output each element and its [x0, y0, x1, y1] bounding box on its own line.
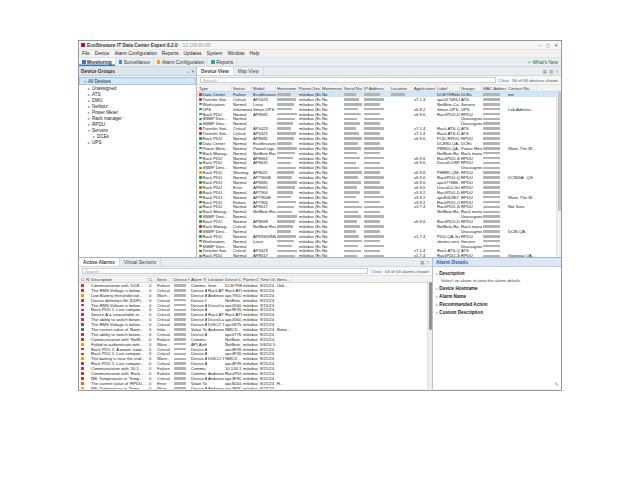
- column-header-parent-device[interactable]: Parent Device: [298, 85, 321, 91]
- column-header-sens[interactable]: Sens...: [276, 276, 292, 282]
- redacted-text: [364, 245, 384, 248]
- table-view-icon[interactable]: ▤: [543, 69, 547, 74]
- alarms-search-input[interactable]: [82, 268, 368, 274]
- redacted-text: [364, 152, 380, 155]
- column-header-location[interactable]: Location: [207, 276, 224, 282]
- perspective-tab-surveillance[interactable]: Surveillance: [116, 58, 154, 66]
- column-header-label[interactable]: Label: [436, 85, 460, 91]
- redacted-text: [364, 230, 380, 233]
- details-field-recommended-action[interactable]: ▸Recommended Action: [436, 302, 558, 307]
- alarm-severity-icon: [81, 313, 84, 316]
- minimize-pane-icon[interactable]: ▿: [427, 260, 429, 265]
- edit-pencil-icon[interactable]: ✎: [555, 381, 559, 387]
- menu-bar: FileDeviceAlarm ConfigurationReportsUpda…: [79, 50, 561, 58]
- close-icon[interactable]: ✕: [554, 43, 558, 48]
- tab-device-view[interactable]: Device View: [197, 67, 234, 75]
- perspective-tabs: MonitoringSurveillanceAlarm Configuratio…: [79, 58, 237, 66]
- details-field-alarm-name[interactable]: ▸Alarm Name: [436, 294, 558, 299]
- redacted-text: [364, 118, 384, 121]
- view-menu-icon[interactable]: ▾: [192, 69, 194, 74]
- tree-item-ups[interactable]: ▸UPS: [79, 139, 196, 145]
- details-fields: ▸Device Hostname▸Alarm Name▸Recommended …: [436, 286, 558, 315]
- device-clear-link[interactable]: Clear: [499, 78, 510, 83]
- menu-item-updates[interactable]: Updates: [184, 51, 202, 56]
- device-search-row: Clear 56 of 56 devices shown: [197, 76, 561, 85]
- redacted-text: [174, 318, 186, 321]
- column-header-description[interactable]: Description: [90, 276, 148, 282]
- column-header-maintenanc[interactable]: Maintenanc...: [321, 85, 343, 91]
- tab-active-alarms[interactable]: Active Alarms: [79, 258, 120, 266]
- column-header-device-la[interactable]: Device La...: [224, 276, 242, 282]
- menu-item-alarm-configuration[interactable]: Alarm Configuration: [114, 51, 156, 56]
- alarm-severity-icon: [81, 377, 84, 380]
- redacted-text: [391, 93, 405, 96]
- column-header-seve[interactable]: Seve...: [156, 276, 173, 282]
- twisty-icon[interactable]: ▸: [87, 104, 91, 109]
- cell-groups: RPDU: [460, 253, 482, 257]
- menu-item-system[interactable]: System: [206, 51, 222, 56]
- redacted-text: [364, 167, 384, 170]
- redacted-text: [277, 98, 296, 101]
- device-table-scrollbar[interactable]: [556, 90, 561, 257]
- column-header-c[interactable]: C.: [148, 276, 156, 282]
- twisty-icon[interactable]: ▸: [87, 86, 91, 91]
- twisty-icon[interactable]: ▸: [87, 92, 91, 97]
- whats-new-link[interactable]: ✦ What's New: [527, 58, 561, 66]
- device-row[interactable]: Rack PDUNormalAP8617mikebar (Ec...Nov1.7…: [197, 253, 561, 257]
- minimize-icon[interactable]: –: [539, 43, 542, 48]
- alarm-row[interactable]: NB: Temperature in 'Temp...0Warn...Devic…: [79, 386, 432, 389]
- device-search-input[interactable]: [200, 77, 496, 83]
- perspective-tab-reports[interactable]: Reports: [208, 58, 237, 66]
- tab-map-view[interactable]: Map View: [234, 67, 264, 75]
- twisty-icon[interactable]: ▸: [87, 122, 91, 127]
- alarms-clear-link[interactable]: Clear: [371, 269, 382, 274]
- column-header-model[interactable]: Model: [252, 85, 276, 91]
- redacted-text: [174, 289, 186, 292]
- filter-icon[interactable]: ▥: [549, 69, 553, 74]
- details-section-description[interactable]: ▸ Description: [436, 271, 558, 276]
- menu-item-help[interactable]: Help: [250, 51, 260, 56]
- maximize-icon[interactable]: ▢: [546, 43, 550, 48]
- twisty-icon[interactable]: ▸: [92, 134, 96, 139]
- tree-item-all-devices[interactable]: ▾All Devices: [79, 77, 196, 85]
- redacted-text: [277, 255, 295, 257]
- twisty-icon[interactable]: ▸: [87, 98, 91, 103]
- column-header-location[interactable]: Location: [390, 85, 413, 91]
- perspective-tab-monitoring[interactable]: Monitoring: [79, 58, 116, 66]
- column-header-contact-na[interactable]: Contact Na...: [507, 85, 537, 91]
- column-header-type[interactable]: Type: [198, 85, 232, 91]
- column-header-time-oc[interactable]: Time Oc...: [259, 276, 276, 282]
- tree-item-label: ATS: [92, 92, 101, 97]
- column-header-parent-d[interactable]: Parent D...: [242, 276, 259, 282]
- column-header-application[interactable]: Application ...: [413, 85, 436, 91]
- redacted-text: [483, 240, 500, 243]
- column-header-alarm-ty[interactable]: Alarm Ty...: [190, 276, 207, 282]
- table-view-icon[interactable]: ▤: [420, 260, 424, 265]
- chevron-right-icon: ▸: [436, 272, 438, 276]
- menu-item-reports[interactable]: Reports: [162, 51, 179, 56]
- column-header-mac-address[interactable]: MAC Address: [482, 85, 507, 91]
- cell-status: Normal: [232, 253, 252, 257]
- scrollbar-thumb[interactable]: [558, 91, 561, 211]
- column-header-serial-number[interactable]: Serial Number: [343, 85, 363, 91]
- column-header-status[interactable]: Status: [232, 85, 252, 91]
- perspective-tab-alarm-configuration[interactable]: Alarm Configuration: [154, 58, 208, 66]
- menu-item-window[interactable]: Window: [227, 51, 244, 56]
- column-header-ip-address[interactable]: IP Address: [363, 85, 390, 91]
- column-header-device-h[interactable]: Device H...: [173, 276, 190, 282]
- menu-item-device[interactable]: Device: [95, 51, 110, 56]
- menu-item-file[interactable]: File: [82, 51, 90, 56]
- minimize-pane-icon[interactable]: ▿: [556, 69, 558, 74]
- twisty-icon[interactable]: ▸: [87, 110, 91, 115]
- twisty-icon[interactable]: ▾: [87, 128, 91, 133]
- details-field-custom-description[interactable]: ▸Custom Description: [436, 310, 558, 315]
- twisty-icon[interactable]: ▸: [87, 140, 91, 145]
- details-field-device-hostname[interactable]: ▸Device Hostname: [436, 286, 558, 291]
- tab-virtual-sensors[interactable]: Virtual Sensors: [120, 258, 161, 266]
- redacted-text: [277, 191, 293, 194]
- twisty-icon[interactable]: ▸: [87, 116, 91, 121]
- column-header-groups[interactable]: Groups: [460, 85, 482, 91]
- column-header-hostname[interactable]: Hostname: [276, 85, 298, 91]
- add-group-icon[interactable]: +: [187, 69, 190, 74]
- twisty-icon[interactable]: ▾: [83, 79, 87, 84]
